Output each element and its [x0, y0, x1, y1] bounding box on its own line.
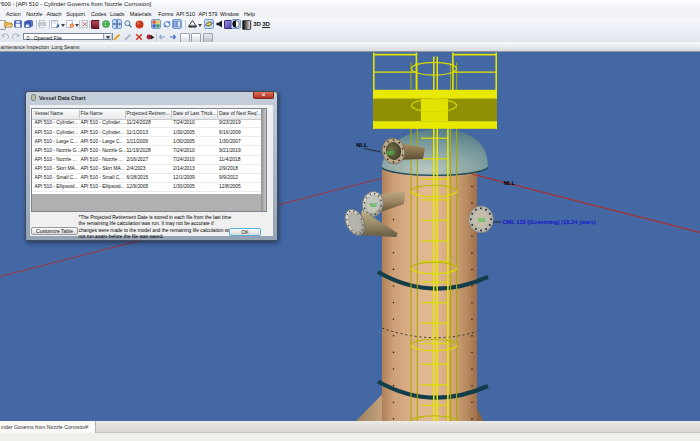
svg-text:N2: N2: [370, 201, 377, 207]
svg-text:N5: N5: [387, 149, 394, 155]
svg-text:CML 123 (Governing) (18.34 yea: CML 123 (Governing) (18.34 years): [503, 219, 596, 225]
svg-text:N3: N3: [478, 217, 485, 223]
svg-text:NLL: NLL: [356, 142, 368, 148]
svg-text:NLL: NLL: [504, 180, 516, 186]
